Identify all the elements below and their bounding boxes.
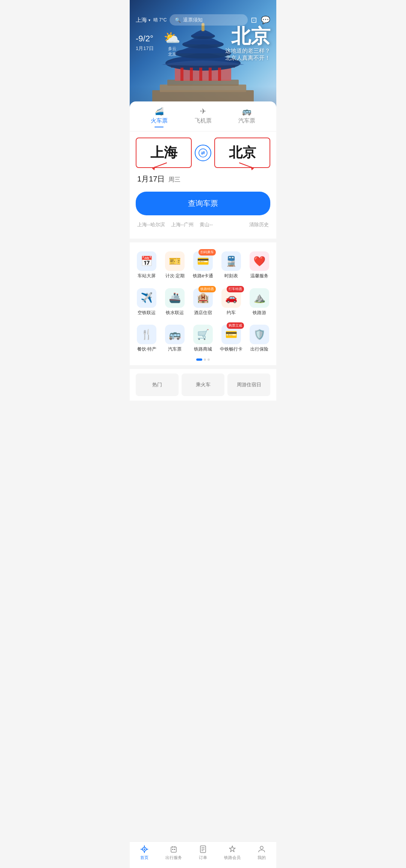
train-icon: 🚄: [155, 107, 164, 116]
svg-point-16: [199, 149, 207, 157]
hero-actions: ⊡ 💬: [251, 15, 270, 24]
service-badge-7: 铁路特惠: [198, 286, 216, 292]
service-label-7: 酒店住宿: [194, 310, 212, 316]
service-item-11[interactable]: 🚌汽车票: [161, 322, 189, 355]
promo-item-2[interactable]: 乘火车: [182, 374, 224, 396]
weather-icon-area: ⛅ 多云 北京: [164, 30, 180, 57]
service-icon-wrapper-12: 🛒: [193, 325, 213, 344]
to-city-box[interactable]: 北京: [214, 138, 270, 168]
to-city-text: 北京: [229, 145, 256, 160]
service-item-12[interactable]: 🛒铁路商城: [189, 322, 217, 355]
hero-big-text: 北京: [225, 26, 270, 46]
page-dots: [130, 355, 276, 362]
service-item-13[interactable]: 💳购票立减中铁畅行卡: [217, 322, 245, 355]
service-badge-8: 打车特惠: [227, 286, 244, 292]
service-icon-4: ❤️: [253, 256, 265, 267]
service-item-1[interactable]: 🎫计次·定期: [161, 248, 189, 282]
service-label-8: 约车: [227, 310, 236, 316]
service-item-5[interactable]: ✈️空铁联运: [133, 285, 161, 319]
service-item-2[interactable]: 💳扫码乘车铁路e卡通: [189, 248, 217, 282]
tab-train[interactable]: 🚄 火车票: [137, 101, 181, 131]
service-icon-wrapper-5: ✈️: [137, 288, 156, 308]
service-item-6[interactable]: 🚢铁水联运: [161, 285, 189, 319]
clear-history-button[interactable]: 清除历史: [249, 221, 269, 228]
promo-text-3: 周游住宿日: [237, 381, 261, 388]
weather-overlay: -9/2° 1月17日: [136, 34, 154, 52]
promo-text-2: 乘火车: [196, 381, 211, 388]
service-item-10[interactable]: 🍴餐饮·特产: [133, 322, 161, 355]
bottom-spacer: [130, 401, 276, 431]
query-button-label: 查询车票: [188, 199, 218, 207]
tab-flight-label: 飞机票: [195, 117, 212, 124]
service-icon-wrapper-10: 🍴: [137, 325, 156, 344]
service-badge-2: 扫码乘车: [198, 249, 216, 256]
service-icon-7: 🏨: [197, 292, 209, 304]
scan-icon[interactable]: ⊡: [251, 15, 257, 24]
service-item-9[interactable]: ⛰️铁路游: [245, 285, 273, 319]
history-item-3[interactable]: 黄山--: [200, 221, 219, 228]
tab-bus-label: 汽车票: [238, 117, 255, 124]
bus-icon: 🚌: [242, 107, 251, 116]
service-item-7[interactable]: 🏨铁路特惠酒店住宿: [189, 285, 217, 319]
service-label-14: 出行保险: [250, 346, 268, 352]
service-icon-wrapper-0: 📅: [137, 251, 156, 271]
service-icon-5: ✈️: [141, 292, 153, 304]
selected-date: 1月17日: [137, 174, 165, 184]
service-icon-wrapper-13: 💳购票立减: [221, 325, 241, 344]
history-row: 上海--哈尔滨 上海--广州 黄山-- 清除历史: [130, 220, 276, 233]
service-item-0[interactable]: 📅车站大屏: [133, 248, 161, 282]
tab-flight[interactable]: ✈ 飞机票: [181, 101, 225, 131]
service-icon-1: 🎫: [169, 256, 181, 267]
query-button[interactable]: 查询车票: [136, 192, 270, 215]
service-label-10: 餐饮·特产: [137, 346, 156, 352]
service-icon-2: 💳: [197, 256, 209, 267]
service-icon-13: 💳: [225, 329, 237, 340]
swap-button[interactable]: [195, 145, 211, 161]
date-row[interactable]: 1月17日 周三: [130, 171, 276, 189]
service-label-1: 计次·定期: [165, 273, 185, 279]
notice-text: 退票须知: [183, 17, 203, 23]
message-icon[interactable]: 💬: [261, 15, 270, 24]
service-item-4[interactable]: ❤️温馨服务: [245, 248, 273, 282]
swap-icon: [198, 148, 208, 157]
search-bar[interactable]: 🔍 退票须知: [170, 14, 248, 26]
weather-date: 1月17日: [136, 45, 154, 52]
service-icon-11: 🚌: [169, 329, 181, 340]
flight-icon: ✈: [200, 107, 206, 116]
promo-section: 热门 乘火车 周游住宿日: [130, 369, 276, 401]
weather-desc: 多云: [164, 46, 180, 51]
service-label-12: 铁路商城: [194, 346, 212, 352]
hero-location[interactable]: 上海 ▾ 晴 7°C: [136, 17, 167, 24]
service-icon-6: 🚢: [169, 292, 181, 304]
service-item-3[interactable]: 🚆时刻表: [217, 248, 245, 282]
promo-item-3[interactable]: 周游住宿日: [227, 374, 270, 396]
service-icon-wrapper-2: 💳扫码乘车: [193, 251, 213, 271]
service-label-3: 时刻表: [224, 273, 238, 279]
service-icon-wrapper-6: 🚢: [165, 288, 185, 308]
dot-3: [208, 358, 210, 361]
service-icon-10: 🍴: [141, 329, 153, 340]
service-icon-8: 🚗: [225, 292, 237, 304]
from-city-box[interactable]: 上海: [136, 138, 192, 168]
promo-grid: 热门 乘火车 周游住宿日: [136, 374, 270, 396]
from-city-text: 上海: [150, 145, 177, 160]
hero-top-bar: 上海 ▾ 晴 7°C 🔍 退票须知 ⊡ 💬: [130, 14, 276, 26]
service-icon-9: ⛰️: [253, 292, 265, 304]
service-label-9: 铁路游: [253, 310, 266, 316]
promo-item-1[interactable]: 热门: [136, 374, 179, 396]
tab-active-indicator: [155, 127, 164, 127]
service-label-2: 铁路e卡通: [193, 273, 214, 279]
tabs-row: 🚄 火车票 ✈ 飞机票 🚌 汽车票: [130, 101, 276, 132]
svg-rect-15: [218, 68, 221, 81]
history-item-1[interactable]: 上海--哈尔滨: [137, 221, 171, 228]
weather-temp: -9/2°: [136, 34, 154, 44]
service-item-14[interactable]: 🛡️出行保险: [245, 322, 273, 355]
service-label-4: 温馨服务: [250, 273, 268, 279]
svg-rect-14: [209, 68, 212, 81]
service-icon-wrapper-11: 🚌: [165, 325, 185, 344]
main-card: 🚄 火车票 ✈ 飞机票 🚌 汽车票 上海: [130, 101, 276, 239]
service-item-8[interactable]: 🚗打车特惠约车: [217, 285, 245, 319]
tab-bus[interactable]: 🚌 汽车票: [225, 101, 269, 131]
history-item-2[interactable]: 上海--广州: [171, 221, 200, 228]
service-label-11: 汽车票: [168, 346, 182, 352]
